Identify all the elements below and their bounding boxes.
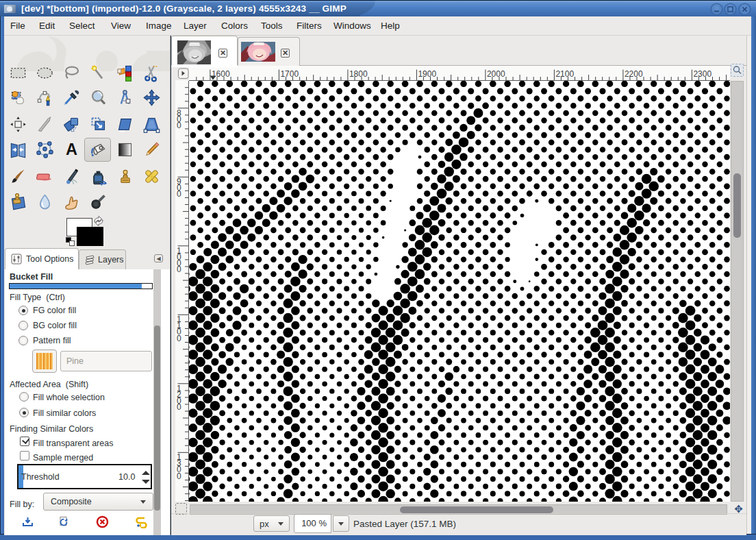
svg-text:0: 0 <box>177 121 181 130</box>
svg-text:2000: 2000 <box>487 69 505 79</box>
svg-text:1900: 1900 <box>418 69 436 79</box>
svg-text:0: 0 <box>177 334 181 343</box>
svg-text:2300: 2300 <box>693 69 711 79</box>
svg-text:0: 0 <box>177 265 181 274</box>
svg-text:1800: 1800 <box>349 69 368 79</box>
svg-text:A: A <box>66 140 77 158</box>
svg-text:0: 0 <box>177 402 181 412</box>
svg-text:0: 0 <box>177 189 181 199</box>
svg-text:1700: 1700 <box>280 69 299 79</box>
svg-text:2100: 2100 <box>555 69 574 79</box>
svg-text:0: 0 <box>177 471 181 481</box>
svg-text:2200: 2200 <box>625 69 643 79</box>
